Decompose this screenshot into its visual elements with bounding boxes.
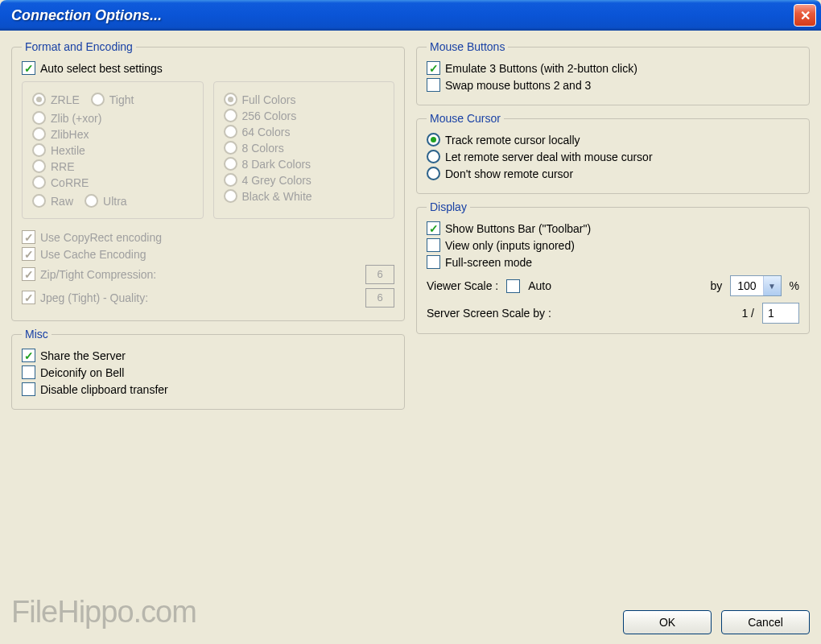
emulate-label: Emulate 3 Buttons (with 2-button click) (445, 62, 637, 75)
emulate-checkbox[interactable] (427, 61, 440, 75)
misc-legend: Misc (22, 328, 52, 341)
deiconify-checkbox[interactable] (22, 365, 35, 379)
clipboard-label: Disable clipboard transfer (40, 383, 168, 396)
swap-checkbox[interactable] (427, 78, 440, 92)
color-256-radio (224, 109, 237, 122)
scale-combo[interactable]: 100 ▼ (730, 275, 781, 296)
swap-label: Swap mouse buttons 2 and 3 (445, 79, 591, 92)
enc-hextile-label: Hextile (51, 144, 85, 157)
colors-box: Full Colors 256 Colors 64 Colors 8 Color… (213, 81, 395, 219)
enc-tight-label: Tight (109, 93, 134, 106)
color-bw-label: Black & White (242, 190, 312, 203)
remote-radio[interactable] (427, 150, 440, 163)
jpeg-checkbox (22, 291, 35, 304)
remote-label: Let remote server deal with mouse cursor (445, 151, 653, 163)
fullscreen-checkbox[interactable] (427, 255, 440, 269)
color-bw-radio (224, 189, 237, 203)
zip-input (365, 265, 394, 284)
mouse-cursor-legend: Mouse Cursor (427, 112, 504, 125)
cancel-button[interactable]: Cancel (721, 610, 810, 634)
mouse-buttons-legend: Mouse Buttons (427, 40, 508, 53)
color-grey4-label: 4 Grey Colors (242, 174, 311, 187)
enc-tight-radio (91, 93, 105, 106)
zip-checkbox (22, 267, 35, 281)
mouse-cursor-group: Mouse Cursor Track remote cursor locally… (416, 112, 810, 194)
encoding-box: ZRLE Tight Zlib (+xor) ZlibHex Hextile R… (22, 81, 204, 219)
clipboard-checkbox[interactable] (22, 382, 35, 396)
track-label: Track remote cursor locally (445, 134, 580, 147)
ok-button[interactable]: OK (623, 610, 712, 634)
right-column: Mouse Buttons Emulate 3 Buttons (with 2-… (416, 40, 810, 634)
fullscreen-label: Full-screen mode (445, 256, 532, 269)
hide-radio[interactable] (427, 167, 440, 180)
enc-raw-label: Raw (51, 195, 73, 208)
server-scale-input[interactable] (762, 303, 799, 324)
display-group: Display Show Buttons Bar ("Toolbar") Vie… (416, 200, 810, 334)
track-radio[interactable] (427, 133, 440, 147)
display-legend: Display (427, 200, 470, 213)
color-64-label: 64 Colors (242, 126, 291, 138)
enc-corre-label: CoRRE (51, 176, 89, 189)
share-checkbox[interactable] (22, 349, 35, 362)
color-grey4-radio (224, 173, 237, 187)
auto-select-checkbox[interactable] (22, 61, 35, 75)
left-column: Format and Encoding Auto select best set… (11, 40, 405, 634)
enc-corre-radio (32, 175, 46, 189)
color-full-radio (224, 93, 237, 106)
enc-zrle-radio (32, 93, 46, 106)
close-button[interactable]: ✕ (794, 4, 816, 27)
enc-rre-radio (32, 159, 46, 173)
scale-auto-checkbox[interactable] (506, 279, 520, 293)
enc-ultra-radio (85, 194, 98, 208)
color-dark8-label: 8 Dark Colors (242, 158, 311, 171)
cache-label: Use Cache Encoding (40, 248, 146, 261)
enc-raw-radio (32, 194, 46, 208)
copyrect-label: Use CopyRect encoding (40, 231, 162, 244)
dialog-body: Format and Encoding Auto select best set… (0, 31, 821, 644)
window-title: Connection Options... (11, 7, 162, 24)
copyrect-checkbox (22, 230, 35, 244)
misc-group: Misc Share the Server Deiconify on Bell … (11, 328, 405, 410)
deiconify-label: Deiconify on Bell (40, 366, 124, 379)
viewonly-label: View only (inputs ignored) (445, 239, 575, 252)
toolbar-label: Show Buttons Bar ("Toolbar") (445, 222, 591, 235)
button-row: OK Cancel (416, 599, 810, 634)
cache-checkbox (22, 247, 35, 261)
auto-select-label: Auto select best settings (40, 62, 163, 75)
percent-label: % (790, 279, 799, 292)
color-8-label: 8 Colors (242, 142, 284, 155)
hide-label: Don't show remote cursor (445, 167, 573, 180)
format-encoding-group: Format and Encoding Auto select best set… (11, 40, 405, 321)
format-legend: Format and Encoding (22, 40, 136, 53)
color-full-label: Full Colors (242, 93, 296, 106)
viewonly-checkbox[interactable] (427, 238, 440, 252)
chevron-down-icon[interactable]: ▼ (763, 276, 781, 295)
titlebar: Connection Options... ✕ (0, 0, 821, 31)
zip-label: Zip/Tight Compression: (40, 268, 156, 281)
color-8-radio (224, 141, 237, 155)
enc-rre-label: RRE (51, 160, 75, 173)
color-256-label: 256 Colors (242, 109, 297, 122)
scale-value: 100 (731, 279, 762, 292)
jpeg-input (365, 288, 394, 308)
scale-auto-label: Auto (528, 279, 551, 292)
enc-zlib-radio (32, 111, 46, 125)
enc-zlibhex-label: ZlibHex (51, 128, 89, 141)
jpeg-label: Jpeg (Tight) - Quality: (40, 291, 148, 304)
enc-hextile-radio (32, 143, 46, 157)
server-scale-label: Server Screen Scale by : (427, 307, 551, 320)
enc-zlib-label: Zlib (+xor) (51, 112, 101, 125)
enc-zlibhex-radio (32, 127, 46, 141)
server-scale-num: 1 / (741, 307, 754, 320)
enc-ultra-label: Ultra (103, 195, 127, 208)
share-label: Share the Server (40, 349, 126, 362)
enc-zrle-label: ZRLE (51, 93, 80, 106)
color-dark8-radio (224, 157, 237, 171)
color-64-radio (224, 125, 237, 138)
viewer-scale-label: Viewer Scale : (427, 279, 498, 292)
toolbar-checkbox[interactable] (427, 221, 440, 235)
close-icon: ✕ (800, 8, 811, 23)
mouse-buttons-group: Mouse Buttons Emulate 3 Buttons (with 2-… (416, 40, 810, 105)
by-label: by (710, 279, 722, 292)
